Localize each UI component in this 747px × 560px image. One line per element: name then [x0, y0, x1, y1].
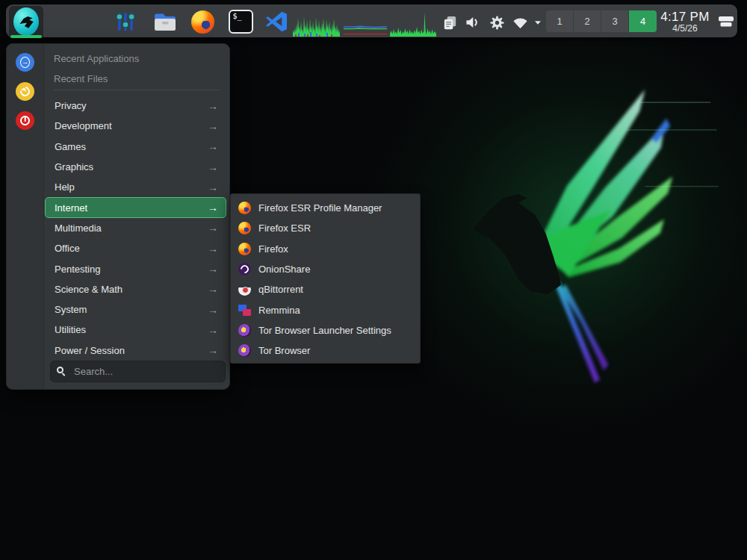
settings-gear-icon[interactable]	[488, 13, 506, 31]
search-icon	[57, 367, 67, 377]
category-label: Development	[55, 120, 208, 131]
submenu-app-item[interactable]: Firefox ESR	[231, 218, 420, 238]
submenu-app-item[interactable]: qBittorrent	[231, 279, 420, 299]
category-label: Power / Session	[55, 345, 208, 356]
cpu-graph	[293, 11, 340, 37]
category-label: Utilities	[55, 324, 208, 335]
category-label: Multimedia	[55, 223, 208, 234]
vscode-icon[interactable]	[263, 10, 290, 34]
logout-button[interactable]: →	[16, 53, 34, 72]
category-menu-item[interactable]: Games →	[45, 137, 226, 157]
app-icon	[238, 243, 251, 255]
app-icon	[238, 304, 251, 317]
category-label: Graphics	[55, 161, 208, 172]
app-icon	[238, 344, 251, 357]
submenu-arrow-icon: →	[208, 140, 218, 152]
recent-section: Recent Applications Recent Files	[45, 49, 226, 89]
shutdown-button[interactable]	[16, 111, 34, 130]
restart-button[interactable]	[16, 82, 34, 101]
category-menu-item[interactable]: Office →	[45, 238, 226, 258]
app-label: Remmina	[258, 305, 300, 316]
internet-submenu: Firefox ESR Profile Manager Firefox ESR …	[230, 193, 421, 364]
category-label: Privacy	[55, 100, 208, 111]
app-icon	[238, 324, 251, 337]
category-menu-item[interactable]: System →	[45, 299, 226, 320]
category-menu-item[interactable]: Help →	[45, 177, 226, 197]
submenu-arrow-icon: →	[208, 202, 218, 214]
clipboard-manager-icon[interactable]	[441, 13, 459, 31]
network-graph	[390, 11, 436, 37]
parrot-wallpaper-bird	[441, 56, 747, 392]
audio-mixer-icon[interactable]	[114, 10, 137, 34]
firefox-logo	[191, 10, 214, 34]
app-label: Firefox	[258, 243, 288, 255]
clock-date: 4/5/26	[672, 24, 697, 34]
submenu-arrow-icon: →	[208, 222, 218, 234]
app-label: Firefox ESR	[258, 223, 311, 234]
show-desktop-icon[interactable]	[715, 12, 737, 31]
power-icon	[20, 116, 30, 125]
category-menu-item[interactable]: Pentesting →	[45, 258, 226, 279]
submenu-app-item[interactable]: Firefox ESR Profile Manager	[231, 198, 420, 218]
category-label: Games	[55, 141, 208, 152]
menu-body: Recent Applications Recent Files Privacy…	[43, 44, 229, 389]
menu-search	[50, 361, 226, 382]
submenu-app-item[interactable]: Remmina	[231, 299, 420, 320]
clock-time: 4:17 PM	[660, 10, 709, 24]
category-menu-item[interactable]: Graphics →	[45, 157, 226, 177]
submenu-arrow-icon: →	[208, 161, 218, 173]
file-manager-icon[interactable]	[152, 10, 178, 34]
active-launcher-underline	[10, 35, 42, 38]
app-icon	[238, 222, 251, 234]
submenu-arrow-icon: →	[208, 304, 218, 316]
category-label: Office	[55, 243, 208, 254]
desktop: $_	[0, 0, 747, 560]
category-label: System	[55, 304, 208, 315]
submenu-app-item[interactable]: OnionShare	[231, 259, 420, 279]
firefox-icon[interactable]	[190, 10, 215, 34]
workspace-button[interactable]: 3	[601, 10, 629, 32]
workspace-button[interactable]: 1	[546, 10, 574, 32]
category-list: Privacy → Development → Games → Gra	[45, 96, 226, 361]
submenu-app-item[interactable]: Tor Browser Launcher Settings	[231, 320, 420, 340]
terminal-icon[interactable]: $_	[227, 10, 254, 34]
app-icon	[238, 283, 251, 296]
app-label: OnionShare	[258, 264, 310, 275]
application-menu: → Recent Applications Recent Files	[6, 43, 230, 390]
search-input[interactable]	[72, 365, 219, 378]
category-label: Internet	[55, 202, 208, 214]
recent-menu-item[interactable]: Recent Files	[45, 69, 226, 89]
submenu-app-item[interactable]: Firefox	[231, 239, 420, 259]
volume-icon[interactable]	[464, 13, 482, 31]
category-menu-item[interactable]: Privacy →	[45, 96, 226, 116]
session-sidebar: →	[7, 44, 44, 389]
workspace-switcher: 1 2 3 4	[546, 10, 657, 32]
category-menu-item[interactable]: Multimedia →	[45, 218, 226, 238]
category-menu-item[interactable]: Power / Session →	[45, 340, 226, 361]
category-menu-item[interactable]: Utilities →	[45, 320, 226, 340]
tray-expander-chevron-icon[interactable]	[531, 13, 545, 31]
app-menu-button[interactable]	[9, 6, 43, 37]
submenu-arrow-icon: →	[208, 283, 218, 295]
category-menu-item[interactable]: Internet →	[45, 197, 226, 217]
recent-menu-item[interactable]: Recent Applications	[45, 49, 226, 69]
top-panel: $_	[6, 4, 737, 37]
menu-divider	[54, 90, 220, 90]
category-label: Help	[55, 181, 208, 193]
submenu-arrow-icon: →	[208, 120, 218, 132]
app-label: qBittorrent	[258, 284, 303, 295]
workspace-button[interactable]: 4	[629, 10, 657, 32]
app-label: Tor Browser	[258, 345, 310, 356]
app-icon	[238, 202, 251, 214]
submenu-app-item[interactable]: Tor Browser	[231, 340, 420, 361]
category-menu-item[interactable]: Development →	[45, 116, 226, 136]
wifi-icon[interactable]	[511, 13, 529, 31]
app-icon	[238, 263, 251, 276]
restart-arrow-icon	[18, 84, 31, 98]
terminal-glyph: $_	[229, 10, 253, 34]
recent-item-label: Recent Applications	[54, 53, 139, 64]
submenu-arrow-icon: →	[208, 324, 218, 336]
category-menu-item[interactable]: Science & Math →	[45, 279, 226, 299]
clock[interactable]: 4:17 PM 4/5/26	[654, 7, 716, 37]
workspace-button[interactable]: 2	[574, 10, 601, 32]
